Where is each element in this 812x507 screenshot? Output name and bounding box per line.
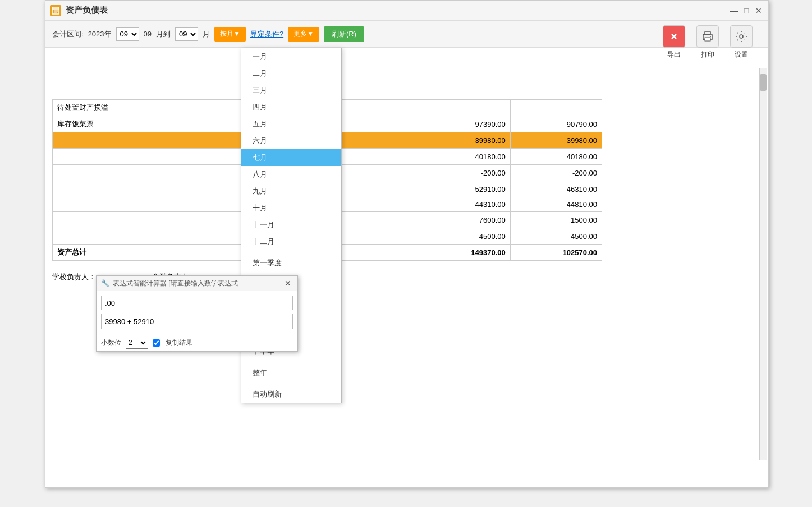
row-col4: 149370.00 — [419, 245, 510, 261]
year-label: 2023年 — [88, 29, 112, 39]
dropdown-item-auto[interactable]: 自动刷新 — [241, 386, 341, 403]
settings-icon — [730, 25, 753, 48]
copy-checkbox[interactable] — [153, 339, 160, 347]
by-month-button[interactable]: 按月▼ — [214, 27, 246, 42]
decimal-label: 小数位 — [101, 338, 121, 348]
row-label — [53, 149, 190, 165]
minimize-button[interactable]: — — [729, 6, 739, 16]
row-col4: 40180.00 — [419, 149, 510, 165]
month-to-select[interactable]: 09 — [175, 27, 198, 41]
print-label: 打印 — [701, 50, 714, 59]
row-label — [53, 197, 190, 212]
row-label — [53, 181, 190, 197]
print-button[interactable]: 打印 — [696, 25, 719, 59]
decimal-select[interactable]: 2 0 1 3 — [126, 337, 148, 349]
row-col5: 44810.00 — [510, 197, 602, 212]
dropdown-item-feb[interactable]: 二月 — [241, 65, 341, 82]
row-col5: -200.00 — [510, 165, 602, 181]
dropdown-item-jun[interactable]: 六月 — [241, 132, 341, 149]
right-toolbar: 导出 打印 设置 — [658, 21, 757, 64]
close-button[interactable]: ✕ — [754, 6, 764, 16]
app-icon — [50, 5, 61, 16]
main-content: 待处置财产损溢 库存饭菜票 5000.00 资产类 97390.00 90790… — [45, 95, 768, 287]
row-label — [53, 132, 190, 149]
dropdown-item-sep[interactable]: 九月 — [241, 183, 341, 200]
svg-point-11 — [710, 36, 711, 37]
scrollbar-thumb[interactable] — [760, 74, 767, 91]
export-button[interactable]: 导出 — [663, 25, 685, 59]
export-label: 导出 — [667, 50, 681, 59]
restore-button[interactable]: □ — [741, 6, 751, 16]
dropdown-item-mar[interactable]: 三月 — [241, 82, 341, 99]
settings-label: 设置 — [735, 50, 748, 59]
export-icon — [663, 25, 685, 48]
title-bar: 资产负债表 — □ ✕ — [45, 1, 768, 21]
dropdown-item-jan[interactable]: 一月 — [241, 48, 341, 65]
scrollbar[interactable] — [759, 68, 767, 460]
row-col5: 46310.00 — [510, 181, 602, 197]
settings-button[interactable]: 设置 — [730, 25, 753, 59]
calculator-dialog: 🔧 表达式智能计算器 [请直接输入数学表达式 ✕ 小数位 2 0 1 3 复制结… — [96, 275, 298, 352]
calc-title-text: 表达式智能计算器 [请直接输入数学表达式 — [113, 279, 238, 288]
calc-result-input[interactable] — [101, 296, 293, 310]
calc-body — [97, 291, 297, 334]
calc-icon: 🔧 — [101, 279, 109, 287]
svg-rect-9 — [705, 38, 710, 41]
row-col4: 44310.00 — [419, 197, 510, 212]
condition-link[interactable]: 界定条件? — [250, 29, 283, 39]
more-button[interactable]: 更多▼ — [288, 27, 319, 42]
dropdown-item-q1[interactable]: 第一季度 — [241, 255, 341, 271]
row-col5: 39980.00 — [510, 132, 602, 149]
month-unit: 月到 — [156, 29, 171, 39]
row-col5: 1500.00 — [510, 212, 602, 228]
row-label: 待处置财产损溢 — [53, 100, 190, 116]
row-label — [53, 165, 190, 181]
calc-close-button[interactable]: ✕ — [283, 278, 293, 288]
row-col4: 97390.00 — [419, 116, 510, 132]
svg-point-12 — [740, 35, 743, 38]
dropdown-item-year[interactable]: 整年 — [241, 365, 341, 381]
dropdown-item-nov[interactable]: 十一月 — [241, 216, 341, 233]
dropdown-item-aug[interactable]: 八月 — [241, 166, 341, 183]
school-label: 学校负责人： — [52, 272, 96, 282]
row-col4: 4500.00 — [419, 228, 510, 245]
copy-label: 复制结果 — [166, 338, 192, 348]
row-col5: 40180.00 — [510, 149, 602, 165]
row-label: 资产总计 — [53, 245, 190, 261]
month-end-unit: 月 — [203, 29, 210, 39]
svg-rect-0 — [52, 7, 59, 14]
calc-expression-input[interactable] — [101, 314, 293, 329]
title-controls: — □ ✕ — [729, 6, 764, 16]
dropdown-item-apr[interactable]: 四月 — [241, 99, 341, 116]
row-col5 — [510, 100, 602, 116]
refresh-button[interactable]: 刷新(R) — [324, 26, 364, 42]
row-col4: 7600.00 — [419, 212, 510, 228]
calc-footer: 小数位 2 0 1 3 复制结果 — [97, 334, 297, 351]
print-icon — [696, 25, 719, 48]
dropdown-item-may[interactable]: 五月 — [241, 116, 341, 132]
row-col4 — [419, 100, 510, 116]
dropdown-item-dec[interactable]: 十二月 — [241, 233, 341, 250]
month-to-label: 09 — [144, 30, 152, 38]
dropdown-item-jul[interactable]: 七月 — [241, 149, 341, 166]
period-label: 会计区间: — [52, 29, 84, 39]
dropdown-sep4 — [241, 381, 341, 386]
row-col4: 39980.00 — [419, 132, 510, 149]
row-col5: 4500.00 — [510, 228, 602, 245]
row-label — [53, 228, 190, 245]
row-col4: 52910.00 — [419, 181, 510, 197]
row-label: 库存饭菜票 — [53, 116, 190, 132]
dropdown-sep3 — [241, 360, 341, 365]
main-window: 资产负债表 — □ ✕ 会计区间: 2023年 09 09 月到 09 月 按月… — [45, 0, 769, 488]
row-label — [53, 212, 190, 228]
window-title: 资产负债表 — [66, 5, 108, 16]
dropdown-sep1 — [241, 250, 341, 255]
title-bar-left: 资产负债表 — [50, 5, 108, 16]
month-from-select[interactable]: 09 — [116, 27, 139, 41]
row-col5: 90790.00 — [510, 116, 602, 132]
dropdown-item-oct[interactable]: 十月 — [241, 200, 341, 216]
row-col5: 102570.00 — [510, 245, 602, 261]
row-col4: -200.00 — [419, 165, 510, 181]
calc-title-bar: 🔧 表达式智能计算器 [请直接输入数学表达式 ✕ — [97, 276, 297, 291]
